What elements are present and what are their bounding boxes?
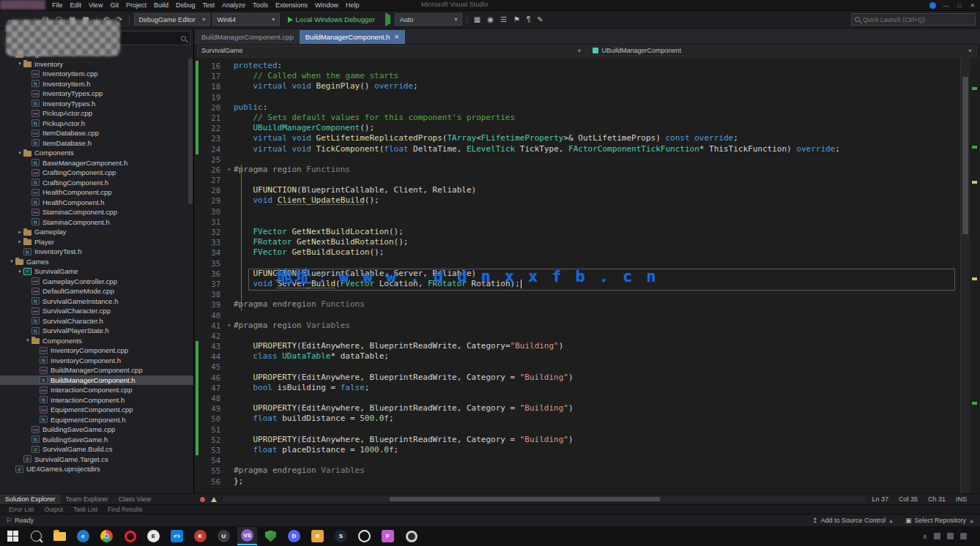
menu-help[interactable]: Help xyxy=(342,1,363,9)
gitkraken[interactable]: K xyxy=(190,527,210,545)
code-text[interactable] xyxy=(234,362,980,372)
fold-icon[interactable]: ▾ xyxy=(225,321,234,331)
tree-item[interactable]: ItemDatabase.cpp xyxy=(0,128,193,138)
menu-edit[interactable]: Edit xyxy=(67,1,86,9)
opera[interactable] xyxy=(120,527,140,545)
menu-test[interactable]: Test xyxy=(198,1,218,9)
type-dropdown[interactable]: UBuildManagerComponent ▼ xyxy=(588,45,978,56)
line-number[interactable]: 24 xyxy=(198,144,225,154)
panel-tab-find-results[interactable]: Find Results xyxy=(103,506,146,513)
line-number[interactable]: 50 xyxy=(198,414,225,424)
figma[interactable]: F xyxy=(378,527,398,545)
line-number[interactable]: 30 xyxy=(198,206,225,217)
search-button[interactable] xyxy=(26,527,46,545)
editor-vertical-scrollbar[interactable] xyxy=(960,58,970,493)
line-number[interactable]: 44 xyxy=(198,351,225,362)
menu-view[interactable]: View xyxy=(85,1,106,9)
visual-studio[interactable]: VS xyxy=(237,527,257,545)
code-text[interactable]: float buildDistance = 500.0f; xyxy=(234,414,980,424)
code-text[interactable]: UFUNCTION(BlueprintCallable, Client, Rel… xyxy=(234,185,980,195)
edge[interactable]: e xyxy=(73,527,93,545)
forward-icon[interactable]: → xyxy=(18,15,30,24)
tree-item[interactable]: BuildingSaveGame.h xyxy=(0,435,193,445)
attach-dropdown[interactable]: Auto▼ xyxy=(395,13,462,26)
code-text[interactable]: virtual void TickComponent(float DeltaTi… xyxy=(234,144,980,154)
code-text[interactable]: #pragma region Functions xyxy=(234,165,980,175)
tree-item[interactable]: BaseManagerComponent.h xyxy=(0,158,193,168)
code-text[interactable]: bool isBuilding = false; xyxy=(234,383,980,393)
code-text[interactable]: float placeDistance = 1000.0f; xyxy=(234,445,980,455)
line-number[interactable]: 22 xyxy=(198,123,225,133)
chevron-icon[interactable]: ▾ xyxy=(8,258,15,264)
tree-item[interactable]: PickupActor.cpp xyxy=(0,108,193,119)
line-number[interactable]: 56 xyxy=(198,476,225,487)
code-text[interactable]: // Sets default values for this componen… xyxy=(234,113,980,123)
chevron-icon[interactable]: ▾ xyxy=(24,337,31,343)
editor-tab[interactable]: BuildManagerComponent.h✕ xyxy=(300,30,405,44)
line-number[interactable]: 27 xyxy=(198,175,225,185)
line-number[interactable]: 41 xyxy=(198,321,225,331)
tree-item[interactable]: CraftingComponent.h xyxy=(0,178,193,188)
editor-horizontal-scrollbar[interactable] xyxy=(223,496,866,502)
menu-build[interactable]: Build xyxy=(150,1,172,9)
code-text[interactable]: class UDataTable* dataTable; xyxy=(234,351,980,362)
chevron-icon[interactable]: ▸ xyxy=(16,239,23,244)
tree-item[interactable]: ▾Components xyxy=(0,336,193,346)
line-number[interactable]: 52 xyxy=(198,435,225,445)
new-file-icon[interactable]: ▤ xyxy=(40,15,51,24)
line-number[interactable]: 45 xyxy=(198,362,225,372)
tree-item[interactable]: GameplayController.cpp xyxy=(0,277,193,287)
line-number[interactable]: 32 xyxy=(198,227,225,237)
tree-item[interactable]: StaminaComponent.h xyxy=(0,217,193,228)
chevron-icon[interactable]: ▸ xyxy=(16,229,23,235)
line-number[interactable]: 51 xyxy=(198,425,225,435)
line-number[interactable]: 20 xyxy=(198,102,225,113)
tree-item[interactable]: InventoryTypes.cpp xyxy=(0,89,193,99)
save-icon[interactable]: ▦ xyxy=(67,15,78,24)
menu-file[interactable]: File xyxy=(48,1,67,9)
tree-item[interactable]: PickupActor.h xyxy=(0,119,193,129)
undo-icon[interactable]: ↶ xyxy=(101,15,111,24)
code-text[interactable] xyxy=(234,331,980,341)
code-text[interactable]: FVector GetBuildLocation(); xyxy=(234,247,980,258)
menu-extensions[interactable]: Extensions xyxy=(272,1,311,9)
code-text[interactable] xyxy=(234,92,980,102)
network-icon[interactable] xyxy=(934,533,940,539)
menu-window[interactable]: Window xyxy=(311,1,342,9)
account-avatar[interactable] xyxy=(929,2,936,9)
add-to-source-control[interactable]: ↥Add to Source Control▲ xyxy=(812,517,894,524)
menu-tools[interactable]: Tools xyxy=(249,1,272,9)
line-number[interactable]: 47 xyxy=(198,383,225,393)
code-text[interactable] xyxy=(234,206,980,217)
line-number[interactable]: 21 xyxy=(198,113,225,123)
tree-item[interactable]: ▾Games xyxy=(0,257,193,267)
code-text[interactable]: // Called when the game starts xyxy=(234,71,980,81)
code-text[interactable]: FVector GetNextBuildLocation(); xyxy=(234,227,980,237)
tree-item[interactable]: SurvivalGameInstance.h xyxy=(0,296,193,307)
code-text[interactable]: UBuildManagerComponent(); xyxy=(234,123,980,133)
code-text[interactable]: #pragma endregion Functions xyxy=(234,299,980,310)
project-dropdown[interactable]: SurvivalGame ▼ xyxy=(197,45,587,56)
line-number[interactable]: 53 xyxy=(198,445,225,455)
close-icon[interactable]: ✕ xyxy=(394,34,399,40)
tree-item[interactable]: HealthComponent.h xyxy=(0,198,193,208)
notification-icon[interactable]: ⚐ xyxy=(6,517,12,524)
navigate-icon[interactable]: ✎ xyxy=(535,15,545,24)
code-text[interactable]: UPROPERTY(EditAnywhere, BlueprintReadWri… xyxy=(234,341,980,351)
code-text[interactable]: virtual void GetLifetimeReplicatedProps(… xyxy=(234,133,980,143)
tree-item[interactable]: ▸Gameplay xyxy=(0,227,193,237)
minimize-icon[interactable]: — xyxy=(940,2,951,9)
epic-games[interactable]: E xyxy=(144,527,163,545)
menu-project[interactable]: Project xyxy=(122,1,150,9)
sidebar-tab-team-explorer[interactable]: Team Explorer xyxy=(61,494,114,504)
line-number[interactable]: 48 xyxy=(198,393,225,403)
discord[interactable]: D xyxy=(284,527,304,545)
line-number[interactable]: 42 xyxy=(198,331,225,341)
tree-item[interactable]: BuildManagerComponent.h xyxy=(0,375,193,386)
tree-item[interactable]: DefaultGameMode.cpp xyxy=(0,286,193,296)
redo-icon[interactable]: ↷ xyxy=(114,15,124,24)
maximize-icon[interactable]: □ xyxy=(955,2,963,9)
line-number[interactable]: 31 xyxy=(198,217,225,227)
tree-item[interactable]: InteractionComponent.h xyxy=(0,395,193,405)
code-area[interactable]: 16protected:17 // Called when the game s… xyxy=(194,58,980,493)
